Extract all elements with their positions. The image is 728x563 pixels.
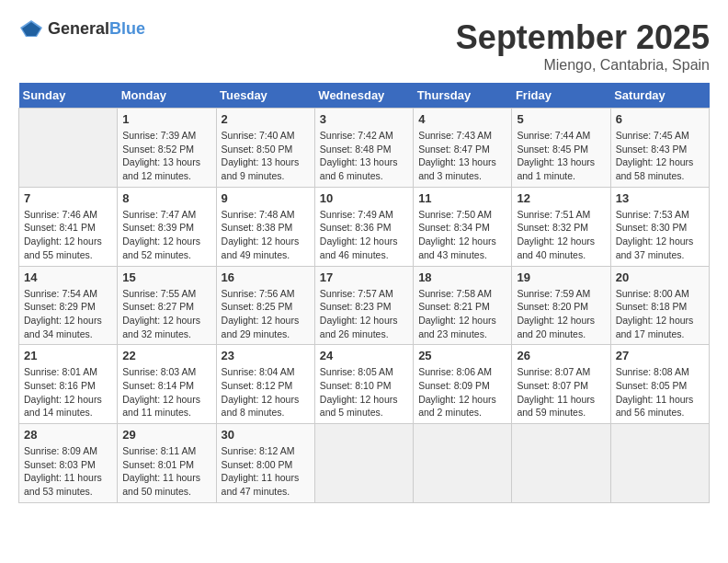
day-info: Sunrise: 7:46 AMSunset: 8:41 PMDaylight:… [24,208,112,262]
day-number: 26 [517,349,605,362]
day-number: 30 [222,428,310,442]
day-info: Sunrise: 7:48 AMSunset: 8:38 PMDaylight:… [222,208,310,262]
day-number: 14 [24,270,112,284]
day-info: Sunrise: 7:40 AMSunset: 8:50 PMDaylight:… [222,129,310,183]
calendar-cell: 28Sunrise: 8:09 AMSunset: 8:03 PMDayligh… [19,424,118,503]
calendar-cell [610,424,709,503]
day-number: 9 [222,191,310,205]
calendar-header: SundayMondayTuesdayWednesdayThursdayFrid… [19,83,710,109]
day-info: Sunrise: 7:45 AMSunset: 8:43 PMDaylight:… [616,129,704,183]
day-info: Sunrise: 7:51 AMSunset: 8:32 PMDaylight:… [517,208,605,262]
calendar-cell: 15Sunrise: 7:55 AMSunset: 8:27 PMDayligh… [118,266,216,345]
day-number: 7 [24,191,112,205]
weekday-header: Wednesday [314,83,413,109]
day-info: Sunrise: 7:49 AMSunset: 8:36 PMDaylight:… [320,208,408,262]
calendar-cell: 26Sunrise: 8:07 AMSunset: 8:07 PMDayligh… [512,345,610,424]
calendar-cell: 3Sunrise: 7:42 AMSunset: 8:48 PMDaylight… [314,109,413,188]
logo-icon [18,18,44,39]
logo: GeneralBlue [18,18,145,39]
day-info: Sunrise: 8:09 AMSunset: 8:03 PMDaylight:… [24,444,112,499]
calendar-cell: 4Sunrise: 7:43 AMSunset: 8:47 PMDaylight… [414,109,512,188]
day-number: 11 [418,191,506,205]
day-info: Sunrise: 8:04 AMSunset: 8:12 PMDaylight:… [222,365,310,419]
logo-general: General [48,19,109,38]
day-info: Sunrise: 7:43 AMSunset: 8:47 PMDaylight:… [418,129,506,183]
day-info: Sunrise: 8:06 AMSunset: 8:09 PMDaylight:… [418,365,506,419]
day-number: 25 [418,349,506,362]
month-title: September 2025 [456,18,710,57]
day-number: 3 [320,112,408,126]
day-info: Sunrise: 7:50 AMSunset: 8:34 PMDaylight:… [418,208,506,262]
day-number: 27 [616,349,704,362]
calendar-cell: 2Sunrise: 7:40 AMSunset: 8:50 PMDaylight… [216,109,314,188]
day-info: Sunrise: 7:44 AMSunset: 8:45 PMDaylight:… [517,129,605,183]
day-number: 23 [222,349,310,362]
day-info: Sunrise: 8:11 AMSunset: 8:01 PMDaylight:… [122,444,210,499]
calendar-cell: 17Sunrise: 7:57 AMSunset: 8:23 PMDayligh… [314,266,413,345]
calendar-cell: 19Sunrise: 7:59 AMSunset: 8:20 PMDayligh… [512,266,610,345]
calendar-cell: 16Sunrise: 7:56 AMSunset: 8:25 PMDayligh… [216,266,314,345]
day-number: 12 [517,191,605,205]
day-number: 24 [320,349,408,362]
calendar-cell: 11Sunrise: 7:50 AMSunset: 8:34 PMDayligh… [414,187,512,266]
weekday-header: Tuesday [216,83,314,109]
day-info: Sunrise: 7:47 AMSunset: 8:39 PMDaylight:… [122,208,210,262]
day-number: 10 [320,191,408,205]
day-info: Sunrise: 7:39 AMSunset: 8:52 PMDaylight:… [122,129,210,183]
day-number: 22 [122,349,210,362]
day-number: 19 [517,270,605,284]
calendar-cell: 27Sunrise: 8:08 AMSunset: 8:05 PMDayligh… [610,345,709,424]
day-info: Sunrise: 8:00 AMSunset: 8:18 PMDaylight:… [616,287,704,341]
calendar-cell: 8Sunrise: 7:47 AMSunset: 8:39 PMDaylight… [118,187,216,266]
day-number: 21 [24,349,112,362]
day-info: Sunrise: 7:56 AMSunset: 8:25 PMDaylight:… [222,287,310,341]
calendar-cell: 13Sunrise: 7:53 AMSunset: 8:30 PMDayligh… [610,187,709,266]
calendar-cell: 29Sunrise: 8:11 AMSunset: 8:01 PMDayligh… [118,424,216,503]
weekday-header: Monday [118,83,216,109]
day-info: Sunrise: 7:59 AMSunset: 8:20 PMDaylight:… [517,287,605,341]
calendar-cell: 23Sunrise: 8:04 AMSunset: 8:12 PMDayligh… [216,345,314,424]
calendar-cell [414,424,512,503]
day-info: Sunrise: 7:58 AMSunset: 8:21 PMDaylight:… [418,287,506,341]
page-header: GeneralBlue September 2025 Miengo, Canta… [18,18,710,74]
calendar-table: SundayMondayTuesdayWednesdayThursdayFrid… [18,83,710,503]
day-number: 5 [517,112,605,126]
calendar-cell: 25Sunrise: 8:06 AMSunset: 8:09 PMDayligh… [414,345,512,424]
calendar-cell: 7Sunrise: 7:46 AMSunset: 8:41 PMDaylight… [19,187,118,266]
day-number: 17 [320,270,408,284]
calendar-cell: 20Sunrise: 8:00 AMSunset: 8:18 PMDayligh… [610,266,709,345]
day-info: Sunrise: 7:53 AMSunset: 8:30 PMDaylight:… [616,208,704,262]
day-number: 6 [616,112,704,126]
day-number: 8 [122,191,210,205]
calendar-cell: 9Sunrise: 7:48 AMSunset: 8:38 PMDaylight… [216,187,314,266]
day-number: 28 [24,428,112,442]
calendar-cell: 6Sunrise: 7:45 AMSunset: 8:43 PMDaylight… [610,109,709,188]
calendar-cell: 1Sunrise: 7:39 AMSunset: 8:52 PMDaylight… [118,109,216,188]
day-info: Sunrise: 7:54 AMSunset: 8:29 PMDaylight:… [24,287,112,341]
calendar-cell: 22Sunrise: 8:03 AMSunset: 8:14 PMDayligh… [118,345,216,424]
day-number: 18 [418,270,506,284]
day-number: 2 [222,112,310,126]
day-info: Sunrise: 8:12 AMSunset: 8:00 PMDaylight:… [222,444,310,499]
weekday-header: Friday [512,83,610,109]
weekday-header: Saturday [610,83,709,109]
title-area: September 2025 Miengo, Cantabria, Spain [456,18,710,74]
calendar-cell: 5Sunrise: 7:44 AMSunset: 8:45 PMDaylight… [512,109,610,188]
day-info: Sunrise: 8:05 AMSunset: 8:10 PMDaylight:… [320,365,408,419]
calendar-cell [19,109,118,188]
day-number: 13 [616,191,704,205]
day-number: 1 [122,112,210,126]
day-info: Sunrise: 7:57 AMSunset: 8:23 PMDaylight:… [320,287,408,341]
day-number: 15 [122,270,210,284]
day-info: Sunrise: 8:03 AMSunset: 8:14 PMDaylight:… [122,365,210,419]
weekday-header: Sunday [19,83,118,109]
day-number: 29 [122,428,210,442]
day-info: Sunrise: 7:42 AMSunset: 8:48 PMDaylight:… [320,129,408,183]
calendar-cell: 10Sunrise: 7:49 AMSunset: 8:36 PMDayligh… [314,187,413,266]
calendar-cell: 12Sunrise: 7:51 AMSunset: 8:32 PMDayligh… [512,187,610,266]
day-number: 4 [418,112,506,126]
day-info: Sunrise: 8:08 AMSunset: 8:05 PMDaylight:… [616,365,704,419]
day-info: Sunrise: 8:07 AMSunset: 8:07 PMDaylight:… [517,365,605,419]
calendar-cell: 14Sunrise: 7:54 AMSunset: 8:29 PMDayligh… [19,266,118,345]
calendar-cell [314,424,413,503]
